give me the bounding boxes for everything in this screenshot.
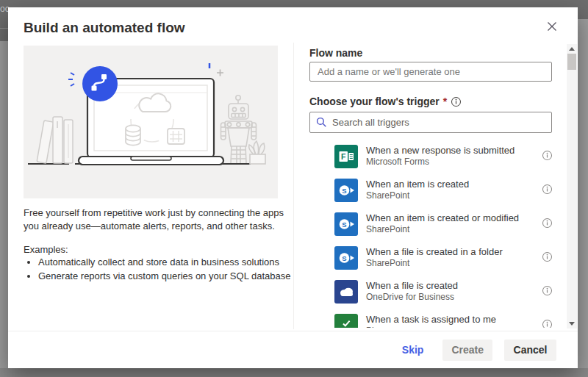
sharepoint-icon: S: [334, 212, 358, 236]
intro-text: Free yourself from repetitive work just …: [24, 207, 295, 234]
search-icon: [316, 117, 327, 128]
flow-badge: [82, 66, 118, 101]
trigger-service: Planner: [366, 326, 496, 328]
panel-divider: [293, 43, 294, 329]
trigger-row-forms-response[interactable]: F When a new response is submitted Micro…: [309, 140, 559, 173]
trigger-title: When a task is assigned to me: [366, 315, 496, 326]
trigger-list-viewport: F When a new response is submitted Micro…: [309, 137, 559, 328]
illustration-panel: [24, 46, 278, 198]
flow-setup-panel: Flow name Choose your flow's trigger *: [309, 7, 552, 331]
trigger-list: F When a new response is submitted Micro…: [309, 137, 559, 328]
trigger-info-button[interactable]: [540, 285, 553, 298]
trigger-service: Microsoft Forms: [366, 157, 514, 168]
trigger-title: When an item is created or modified: [366, 213, 519, 224]
trigger-label-row: Choose your flow's trigger *: [309, 96, 462, 107]
sharepoint-icon: S: [334, 179, 358, 202]
flow-name-label: Flow name: [309, 47, 362, 59]
trigger-search-input[interactable]: [332, 117, 545, 128]
trigger-service: SharePoint: [366, 224, 519, 235]
scrollbar-thumb[interactable]: [567, 54, 576, 70]
info-icon: [542, 218, 553, 229]
trigger-title: When a file is created in a folder: [366, 247, 503, 258]
automation-illustration: [24, 46, 278, 198]
plant: [249, 141, 265, 164]
trigger-service: OneDrive for Business: [366, 292, 458, 303]
dialog-footer: Skip Create Cancel: [8, 331, 578, 368]
trigger-label: Choose your flow's trigger: [309, 96, 440, 107]
dimmed-page-left: [0, 19, 8, 41]
trigger-row-sharepoint-item-modified[interactable]: S When an item is created or modified Sh…: [309, 207, 559, 241]
info-icon: [542, 319, 553, 328]
examples-heading: Examples:: [24, 244, 68, 255]
trigger-scrollbar[interactable]: [567, 44, 577, 328]
trigger-row-planner-task-assigned[interactable]: When a task is assigned to me Planner: [309, 309, 559, 328]
skip-button[interactable]: Skip: [402, 344, 424, 356]
cancel-button[interactable]: Cancel: [504, 340, 556, 361]
trigger-info-button[interactable]: [540, 184, 553, 197]
trigger-info-button[interactable]: [540, 218, 553, 231]
trigger-row-sharepoint-file-folder[interactable]: S When a file is created in a folder Sha…: [309, 241, 559, 275]
onedrive-for-business-icon: [334, 280, 358, 304]
trigger-title: When a file is created: [366, 281, 458, 292]
robot: [221, 96, 257, 163]
scroll-up-arrow-icon[interactable]: [569, 47, 575, 51]
trigger-info-button[interactable]: [540, 150, 553, 163]
example-item: Automatically collect and store data in …: [38, 256, 295, 269]
microsoft-forms-icon: F: [334, 145, 358, 168]
trigger-info-button[interactable]: [540, 319, 553, 328]
build-automated-flow-dialog: Build an automated flow: [8, 7, 578, 368]
dialog-title: Build an automated flow: [24, 20, 185, 36]
svg-text:F: F: [341, 152, 346, 161]
dimmed-page-bottom: [0, 368, 588, 377]
trigger-title: When an item is created: [366, 179, 469, 190]
trigger-service: SharePoint: [366, 190, 469, 201]
info-icon: [542, 184, 553, 195]
books: [37, 117, 73, 163]
required-marker: *: [443, 96, 447, 107]
trigger-service: SharePoint: [366, 258, 503, 269]
trigger-row-sharepoint-item-created[interactable]: S When an item is created SharePoint: [309, 173, 559, 207]
sharepoint-icon: S: [334, 246, 358, 270]
trigger-title: When a new response is submitted: [366, 146, 514, 157]
create-button[interactable]: Create: [442, 340, 492, 361]
example-item: Generate reports via custom queries on y…: [38, 270, 295, 283]
trigger-info-button[interactable]: [540, 251, 553, 265]
svg-text:S: S: [342, 254, 346, 262]
flow-name-input[interactable]: [309, 62, 552, 82]
trigger-row-onedrive-file-created[interactable]: When a file is created OneDrive for Busi…: [309, 275, 559, 309]
info-icon: [542, 251, 553, 262]
info-icon[interactable]: [451, 96, 462, 107]
scroll-down-arrow-icon[interactable]: [569, 322, 575, 326]
info-icon: [542, 285, 553, 296]
trigger-search-box: [309, 112, 552, 133]
info-icon: [542, 150, 553, 161]
planner-icon: [334, 314, 358, 328]
svg-text:S: S: [342, 187, 346, 195]
svg-text:S: S: [342, 220, 346, 229]
examples-list: Automatically collect and store data in …: [26, 256, 295, 284]
